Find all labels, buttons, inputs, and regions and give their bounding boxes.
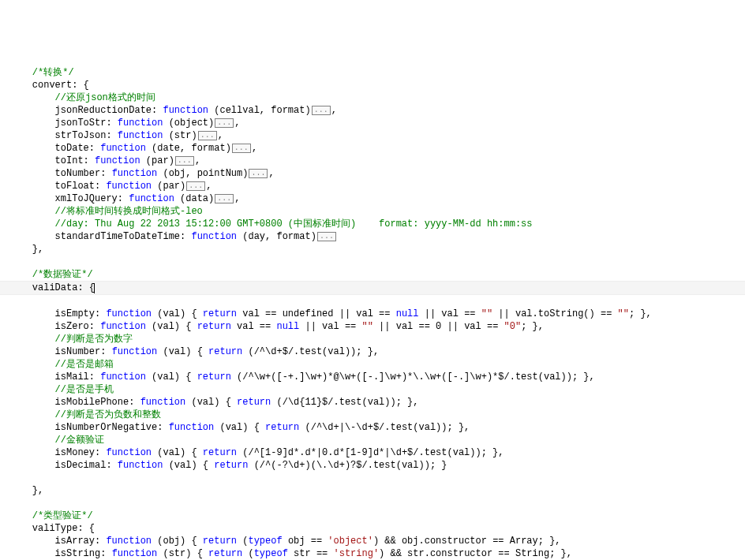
comment: //day: Thu Aug 22 2013 15:12:00 GMT+0800…: [55, 218, 533, 230]
code-line: isString: function (str) { return (typeo…: [9, 548, 572, 559]
keyword-function: function: [95, 155, 140, 166]
keyword-function: function: [106, 181, 152, 192]
code-line: //判断是否为数字: [9, 334, 133, 345]
code-line: //day: Thu Aug 22 2013 15:12:00 GMT+0800…: [9, 218, 533, 230]
code-line: jsonReductionDate: function (cellval, fo…: [9, 105, 337, 116]
code-line: /*转换*/: [9, 67, 74, 78]
code-line: /*数据验证*/: [9, 269, 93, 280]
code-blank-line: [9, 472, 15, 483]
code-line: //还原json格式的时间: [9, 92, 155, 103]
keyword-function: function: [191, 231, 237, 242]
code-line: strToJson: function (str)...,: [9, 130, 223, 141]
comment: //是否是手机: [55, 384, 114, 395]
code-line: jsonToStr: function (object)...,: [9, 118, 240, 129]
code-line: standardTimeToDateTime: function (day, f…: [9, 231, 337, 242]
code-line: isDecimal: function (val) { return (/^(-…: [9, 460, 447, 471]
comment: /*类型验证*/: [32, 510, 93, 521]
comment: //判断是否为负数和整数: [55, 409, 161, 420]
code-line: //是否是邮箱: [9, 359, 114, 370]
code-line: isZero: function (val) { return val == n…: [9, 321, 544, 332]
code-line: //判断是否为负数和整数: [9, 409, 161, 420]
code-line: toFloat: function (par)...,: [9, 181, 212, 192]
comment: //金额验证: [55, 435, 104, 446]
current-line: valiData: {: [0, 281, 745, 295]
code-line: },: [9, 244, 43, 255]
fold-marker[interactable]: ...: [186, 181, 205, 191]
code-line: convert: {: [9, 80, 89, 91]
comment: /*转换*/: [32, 67, 74, 78]
code-line: isMobilePhone: function (val) { return (…: [9, 397, 419, 408]
code-line: isMail: function (val) { return (/^\w+([…: [9, 371, 595, 383]
fold-marker[interactable]: ...: [312, 106, 331, 115]
code-blank-line: [9, 256, 15, 267]
fold-marker[interactable]: ...: [232, 144, 251, 153]
fold-marker[interactable]: ...: [215, 118, 234, 128]
code-line: isNumberOrNegative: function (val) { ret…: [9, 422, 470, 433]
comment: //还原json格式的时间: [55, 92, 155, 103]
keyword-function: function: [118, 130, 163, 141]
text-cursor: [94, 283, 95, 293]
code-line: //将标准时间转换成时间格式-leo: [9, 206, 203, 217]
code-line: isEmpty: function (val) { return val == …: [9, 308, 652, 319]
code-line: xmlToJQuery: function (data)...,: [9, 193, 240, 204]
code-blank-line: [9, 498, 15, 509]
keyword-function: function: [118, 118, 163, 129]
comment: //将标准时间转换成时间格式-leo: [55, 206, 203, 217]
code-line: isNumber: function (val) { return (/^\d+…: [9, 346, 379, 357]
code-line: //是否是手机: [9, 384, 114, 395]
keyword-function: function: [163, 105, 208, 116]
code-line: },: [9, 485, 43, 496]
fold-marker[interactable]: ...: [249, 169, 268, 178]
code-line: toInt: function (par)...,: [9, 155, 200, 166]
keyword-function: function: [100, 143, 146, 154]
keyword-function: function: [129, 193, 174, 204]
fold-marker[interactable]: ...: [175, 156, 194, 166]
comment: //判断是否为数字: [55, 334, 133, 345]
keyword-function: function: [112, 168, 158, 179]
fold-marker[interactable]: ...: [198, 131, 217, 140]
code-line: toNumber: function (obj, pointNum)...,: [9, 168, 275, 179]
code-line: isArray: function (obj) { return (typeof…: [9, 536, 561, 547]
comment: /*数据验证*/: [32, 269, 93, 280]
code-line: /*类型验证*/: [9, 510, 93, 521]
code-line: isMoney: function (val) { return (/^[1-9…: [9, 447, 504, 458]
code-line: toDate: function (date, format)...,: [9, 143, 257, 154]
fold-marker[interactable]: ...: [317, 232, 336, 241]
comment: //是否是邮箱: [55, 359, 114, 370]
code-viewer: /*转换*/ convert: { //还原json格式的时间 jsonRedu…: [9, 54, 736, 560]
code-line: //金额验证: [9, 435, 104, 446]
fold-marker[interactable]: ...: [215, 194, 234, 203]
code-line: valiType: {: [9, 523, 95, 534]
